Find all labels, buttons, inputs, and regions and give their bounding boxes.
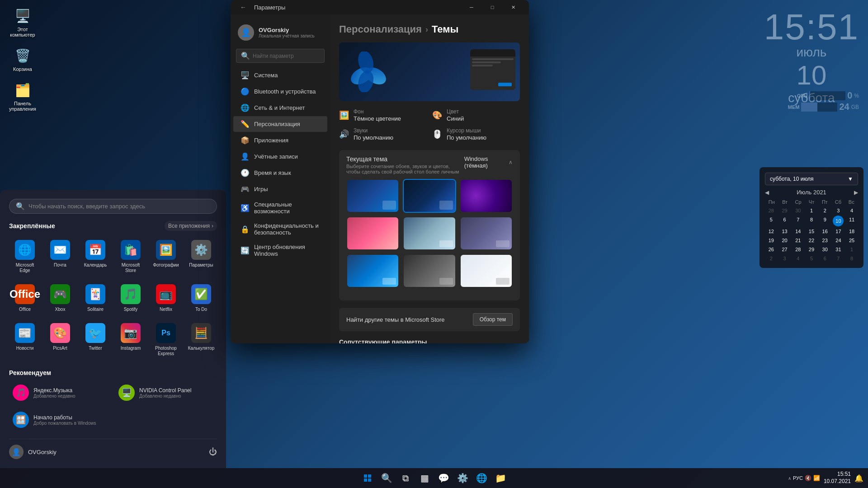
cal-date-dropdown[interactable]: суббота, 10 июля ▼ bbox=[765, 173, 858, 185]
cal-day[interactable]: 24 bbox=[832, 236, 845, 244]
cal-day[interactable]: 18 bbox=[845, 227, 858, 235]
window-close-button[interactable]: ✕ bbox=[503, 0, 524, 14]
cal-day[interactable]: 2 bbox=[819, 206, 831, 215]
cal-day[interactable]: 15 bbox=[805, 227, 818, 235]
cal-day[interactable]: 21 bbox=[792, 236, 804, 244]
nav-item-time[interactable]: 🕐 Время и язык bbox=[233, 165, 327, 181]
taskbar-settings-app[interactable]: ⚙️ bbox=[454, 469, 471, 487]
cal-day[interactable]: 3 bbox=[832, 206, 845, 215]
app-mail[interactable]: ✉️ Почта bbox=[44, 236, 76, 277]
app-todo[interactable]: ✅ To Do bbox=[185, 281, 217, 316]
cal-day[interactable]: 16 bbox=[819, 227, 831, 235]
network-icon[interactable]: 📶 bbox=[813, 475, 820, 481]
rec-yandex-music[interactable]: 🎵 Яндекс.Музыка Добавлено недавно bbox=[9, 381, 111, 404]
cal-day[interactable]: 1 bbox=[805, 206, 818, 215]
taskbar-time-date[interactable]: 15:51 10.07.2021 bbox=[824, 471, 851, 485]
cal-day[interactable]: 3 bbox=[778, 254, 791, 263]
theme-card-3[interactable] bbox=[460, 179, 513, 213]
cal-day[interactable]: 7 bbox=[832, 254, 845, 263]
all-apps-button[interactable]: Все приложения › bbox=[165, 221, 217, 231]
cal-day[interactable]: 30 bbox=[819, 245, 831, 253]
window-back-button[interactable]: ← bbox=[236, 0, 250, 14]
cal-day[interactable]: 31 bbox=[832, 245, 845, 253]
start-button[interactable] bbox=[359, 469, 376, 487]
cal-day[interactable]: 29 bbox=[778, 206, 791, 215]
app-netflix[interactable]: 📺 Netflix bbox=[150, 281, 182, 316]
app-office[interactable]: Office Office bbox=[9, 281, 41, 316]
cal-day[interactable]: 25 bbox=[845, 236, 858, 244]
cal-prev-btn[interactable]: ◀ bbox=[765, 189, 769, 196]
taskbar-widgets-button[interactable]: ▦ bbox=[416, 469, 433, 487]
current-theme-value[interactable]: Windows (тёмная) ∧ bbox=[464, 155, 513, 169]
app-twitter[interactable]: 🐦 Twitter bbox=[80, 319, 111, 360]
nav-item-apps[interactable]: 📦 Приложения bbox=[233, 132, 327, 148]
cal-day[interactable]: 8 bbox=[845, 254, 858, 263]
app-picsart[interactable]: 🎨 PicsArt bbox=[44, 319, 76, 360]
theme-card-4[interactable] bbox=[346, 216, 399, 250]
cal-day[interactable]: 13 bbox=[778, 227, 791, 235]
cal-day[interactable]: 22 bbox=[805, 236, 818, 244]
app-edge[interactable]: 🌐 Microsoft Edge bbox=[9, 236, 41, 277]
nav-item-bluetooth[interactable]: 🔵 Bluetooth и устройства bbox=[233, 84, 327, 99]
nav-item-gaming[interactable]: 🎮 Игры bbox=[233, 181, 327, 197]
nav-user-profile[interactable]: 👤 OVGorskiy Локальная учётная запись bbox=[231, 19, 330, 46]
theme-card-5[interactable] bbox=[403, 216, 456, 250]
start-search-box[interactable]: 🔍 bbox=[9, 199, 217, 214]
cal-day[interactable]: 9 bbox=[819, 216, 831, 226]
browse-themes-button[interactable]: Обзор тем bbox=[473, 313, 513, 326]
cal-day[interactable]: 20 bbox=[778, 236, 791, 244]
cal-day[interactable]: 6 bbox=[819, 254, 831, 263]
nav-search-input[interactable] bbox=[253, 53, 320, 59]
window-maximize-button[interactable]: □ bbox=[482, 0, 503, 14]
rec-start-work[interactable]: 🪟 Начало работы Добро пожаловать в Windo… bbox=[9, 408, 111, 432]
cal-day[interactable]: 5 bbox=[805, 254, 818, 263]
language-indicator[interactable]: РУС bbox=[793, 475, 803, 481]
window-minimize-button[interactable]: ─ bbox=[461, 0, 482, 14]
cal-day[interactable]: 8 bbox=[805, 216, 818, 226]
cal-day[interactable]: 11 bbox=[845, 216, 858, 226]
taskbar-search-button[interactable]: 🔍 bbox=[378, 469, 395, 487]
cal-day[interactable]: 5 bbox=[765, 216, 778, 226]
cal-day[interactable]: 30 bbox=[792, 206, 804, 215]
cal-day[interactable]: 28 bbox=[765, 206, 778, 215]
cal-day[interactable]: 4 bbox=[845, 206, 858, 215]
cal-day[interactable]: 29 bbox=[805, 245, 818, 253]
theme-card-1[interactable] bbox=[346, 179, 399, 213]
app-settings[interactable]: ⚙️ Параметры bbox=[185, 236, 217, 277]
app-calendar[interactable]: 📅 Календарь bbox=[80, 236, 111, 277]
power-button[interactable]: ⏻ bbox=[209, 447, 217, 457]
cal-day[interactable]: 23 bbox=[819, 236, 831, 244]
taskbar-edge-app[interactable]: 🌐 bbox=[473, 469, 490, 487]
app-store[interactable]: 🛍️ Microsoft Store bbox=[115, 236, 146, 277]
nav-search-box[interactable]: 🔍 bbox=[236, 49, 325, 63]
show-hidden-icon[interactable]: ∧ bbox=[788, 476, 791, 481]
cal-day[interactable]: 19 bbox=[765, 236, 778, 244]
nav-item-accessibility[interactable]: ♿ Специальные возможности bbox=[233, 197, 327, 218]
app-photos[interactable]: 🖼️ Фотографии bbox=[150, 236, 182, 277]
cal-day[interactable]: 1 bbox=[845, 245, 858, 253]
desktop-icon-control-panel[interactable]: 🗂️ Панель управления bbox=[5, 79, 41, 114]
app-photoshop[interactable]: Ps Photoshop Express bbox=[150, 319, 182, 360]
cal-day[interactable]: 7 bbox=[792, 216, 804, 226]
app-xbox[interactable]: 🎮 Xbox bbox=[44, 281, 76, 316]
taskbar-taskview-button[interactable]: ⧉ bbox=[397, 469, 414, 487]
cal-day[interactable]: 2 bbox=[765, 254, 778, 263]
cal-day[interactable]: 17 bbox=[832, 227, 845, 235]
nav-item-personalization[interactable]: ✏️ Персонализация bbox=[233, 116, 327, 132]
start-search-input[interactable] bbox=[28, 203, 210, 210]
cal-day-today[interactable]: 10 bbox=[833, 216, 844, 226]
sound-icon[interactable]: 🔇 bbox=[805, 475, 811, 481]
app-instagram[interactable]: 📷 Instagram bbox=[115, 319, 146, 360]
desktop-icon-this-pc[interactable]: 🖥️ Этот компьютер bbox=[5, 5, 41, 40]
theme-card-8[interactable] bbox=[403, 254, 456, 288]
nav-item-accounts[interactable]: 👤 Учётные записи bbox=[233, 149, 327, 164]
nav-item-update[interactable]: 🔄 Центр обновления Windows bbox=[233, 240, 327, 261]
app-news[interactable]: 📰 Новости bbox=[9, 319, 41, 360]
nav-item-privacy[interactable]: 🔒 Конфиденциальность и безопасность bbox=[233, 219, 327, 239]
cal-day[interactable]: 6 bbox=[778, 216, 791, 226]
cal-day[interactable]: 28 bbox=[792, 245, 804, 253]
nav-item-network[interactable]: 🌐 Сеть & и Интернет bbox=[233, 100, 327, 116]
cal-day[interactable]: 12 bbox=[765, 227, 778, 235]
taskbar-chat-button[interactable]: 💬 bbox=[435, 469, 452, 487]
cal-day[interactable]: 26 bbox=[765, 245, 778, 253]
